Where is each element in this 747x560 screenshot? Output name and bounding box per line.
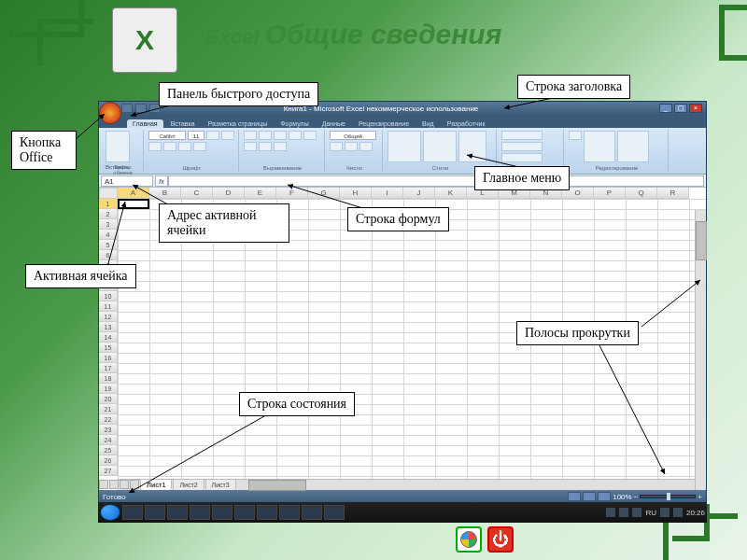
row-header[interactable]: 3 <box>99 219 118 230</box>
bold-button[interactable] <box>206 131 219 140</box>
office-button[interactable] <box>99 102 121 124</box>
sheet-tab[interactable]: Лист3 <box>205 479 236 490</box>
row-header[interactable]: 15 <box>99 343 118 353</box>
taskbar-item[interactable] <box>324 505 345 520</box>
row-header[interactable]: 12 <box>99 312 118 322</box>
start-button[interactable] <box>100 504 120 521</box>
row-header[interactable]: 5 <box>99 240 118 250</box>
number-format-select[interactable]: Общий <box>330 131 376 140</box>
sheet-tab[interactable]: Лист2 <box>173 479 204 490</box>
align-center-button[interactable] <box>244 142 257 151</box>
taskbar-item[interactable] <box>234 505 255 520</box>
tab-formulas[interactable]: Формулы <box>275 119 314 128</box>
merge-button[interactable] <box>274 142 287 151</box>
italic-button[interactable] <box>221 131 234 140</box>
taskbar-item[interactable] <box>302 505 322 520</box>
row-header[interactable]: 1 <box>99 199 118 209</box>
view-page-layout-button[interactable] <box>583 492 596 501</box>
view-page-break-button[interactable] <box>598 492 611 501</box>
taskbar-item[interactable] <box>167 505 188 520</box>
sheet-nav-first-icon[interactable] <box>99 480 108 489</box>
col-header[interactable]: J <box>403 188 435 199</box>
align-bottom-button[interactable] <box>274 131 287 140</box>
paste-button[interactable] <box>106 131 130 162</box>
zoom-in-icon[interactable]: + <box>698 493 702 501</box>
row-header[interactable]: 21 <box>99 404 118 414</box>
taskbar-item[interactable] <box>257 505 277 520</box>
zoom-out-icon[interactable]: − <box>634 493 639 501</box>
fill-color-button[interactable] <box>178 142 191 151</box>
align-top-button[interactable] <box>244 131 257 140</box>
align-middle-button[interactable] <box>259 131 272 140</box>
tab-developer[interactable]: Разработчик <box>442 119 491 128</box>
tray-icon[interactable] <box>606 508 615 517</box>
font-name-input[interactable]: Calibri <box>148 131 186 140</box>
row-header[interactable]: 17 <box>99 363 118 373</box>
name-box[interactable]: A1 <box>101 175 153 187</box>
minimize-button[interactable]: _ <box>659 104 672 113</box>
row-header[interactable]: 23 <box>99 425 118 435</box>
wrap-text-button[interactable] <box>289 131 302 140</box>
insert-cell-button[interactable] <box>501 131 543 140</box>
qat-save-icon[interactable] <box>121 104 133 113</box>
col-header[interactable]: K <box>435 188 467 199</box>
taskbar-item[interactable] <box>122 505 143 520</box>
col-header[interactable]: Q <box>626 188 657 199</box>
sheet-nav-last-icon[interactable] <box>130 480 139 489</box>
underline-button[interactable] <box>148 142 162 151</box>
slide-power-button[interactable]: ⏻ <box>487 526 514 553</box>
row-header[interactable]: 18 <box>99 373 118 384</box>
align-left-button[interactable] <box>303 131 317 140</box>
select-all-corner[interactable] <box>99 188 118 199</box>
row-header[interactable]: 4 <box>99 230 118 240</box>
col-header[interactable]: E <box>245 188 276 199</box>
row-header[interactable]: 25 <box>99 445 118 455</box>
font-size-input[interactable]: 11 <box>188 131 204 140</box>
row-header[interactable]: 22 <box>99 414 118 425</box>
conditional-format-button[interactable] <box>388 131 421 162</box>
row-header[interactable]: 24 <box>99 435 118 445</box>
delete-cell-button[interactable] <box>501 142 543 151</box>
row-header[interactable]: 26 <box>99 455 118 466</box>
col-header[interactable]: H <box>340 188 372 199</box>
sheet-nav-prev-icon[interactable] <box>109 480 119 489</box>
tab-page-layout[interactable]: Разметка страницы <box>203 119 274 128</box>
format-as-table-button[interactable] <box>423 131 457 162</box>
format-cell-button[interactable] <box>501 153 543 162</box>
tray-icon[interactable] <box>619 508 628 517</box>
vertical-scrollbar[interactable] <box>695 210 706 490</box>
comma-button[interactable] <box>359 142 373 151</box>
find-select-button[interactable] <box>617 131 649 162</box>
taskbar-item[interactable] <box>279 505 300 520</box>
col-header[interactable]: P <box>594 188 626 199</box>
col-header[interactable]: A <box>118 188 149 199</box>
col-header[interactable]: F <box>276 188 308 199</box>
cell-styles-button[interactable] <box>458 131 486 162</box>
row-header[interactable]: 16 <box>99 353 118 363</box>
tray-icon[interactable] <box>660 508 669 517</box>
col-header[interactable]: C <box>181 188 213 199</box>
sheet-nav-next-icon[interactable] <box>120 480 129 489</box>
row-header[interactable]: 13 <box>99 322 118 332</box>
currency-button[interactable] <box>330 142 343 151</box>
tray-icon[interactable] <box>673 508 683 517</box>
close-button[interactable]: × <box>689 104 702 113</box>
col-header[interactable]: R <box>657 188 689 199</box>
taskbar-item[interactable] <box>145 505 165 520</box>
zoom-slider[interactable] <box>640 495 696 498</box>
row-header[interactable]: 20 <box>99 394 118 404</box>
tab-insert[interactable]: Вставка <box>165 119 201 128</box>
taskbar-item[interactable] <box>190 505 210 520</box>
row-header[interactable]: 27 <box>99 466 118 476</box>
col-header[interactable]: I <box>372 188 403 199</box>
row-header[interactable]: 14 <box>99 332 118 343</box>
col-header[interactable]: D <box>213 188 245 199</box>
slide-home-button[interactable] <box>456 526 482 553</box>
font-color-button[interactable] <box>193 142 206 151</box>
active-cell[interactable] <box>118 199 149 209</box>
row-header[interactable]: 19 <box>99 384 118 394</box>
tab-review[interactable]: Рецензирование <box>353 119 415 128</box>
col-header[interactable]: G <box>308 188 340 199</box>
row-header[interactable]: 10 <box>99 291 118 301</box>
tray-language[interactable]: RU <box>645 509 656 517</box>
